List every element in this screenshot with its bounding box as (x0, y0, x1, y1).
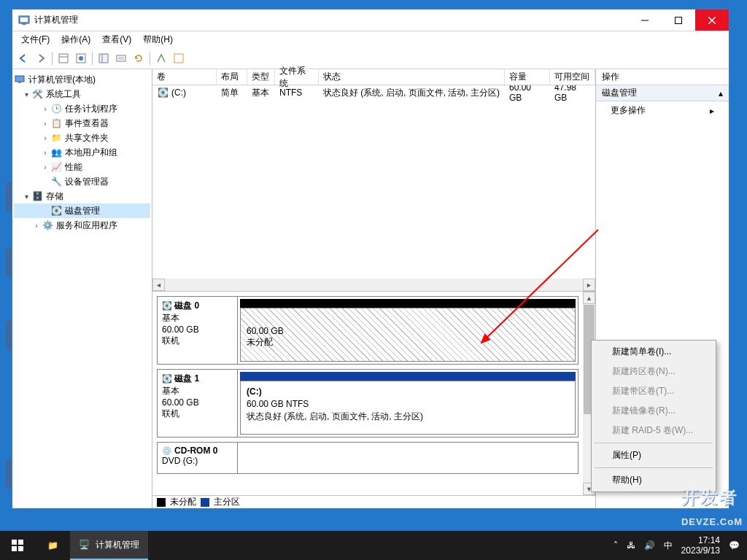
svg-rect-19 (12, 540, 17, 545)
actions-section[interactable]: 磁盘管理 ▴ (596, 85, 729, 101)
tree-root[interactable]: 计算机管理(本地) (14, 72, 150, 87)
titlebar[interactable]: 计算机管理 (12, 9, 729, 31)
vol-free: 47.98 GB (550, 87, 595, 98)
vol-status: 状态良好 (系统, 启动, 页面文件, 活动, 主分区) (319, 87, 505, 98)
legend-label: 主分区 (214, 496, 240, 508)
tray-date[interactable]: 2023/9/13 (681, 545, 720, 556)
forward-button[interactable] (33, 50, 49, 66)
actions-more[interactable]: 更多操作 ▸ (596, 101, 729, 120)
svg-rect-11 (99, 54, 108, 63)
log-icon: 📋 (50, 117, 62, 129)
tray-chevron-icon[interactable]: ˄ (614, 540, 618, 551)
users-icon: 👥 (50, 147, 62, 158)
tree-performance[interactable]: ›📈性能 (14, 160, 150, 174)
chevron-up-icon: ▴ (719, 88, 723, 98)
computer-icon (14, 74, 26, 85)
taskbar-explorer[interactable]: 📁 (35, 531, 70, 560)
tools-icon: 🛠️ (31, 88, 43, 100)
disk-info-0[interactable]: 💽 磁盘 0 基本 60.00 GB 联机 (158, 297, 238, 364)
menu-new-simple-volume[interactable]: 新建简单卷(I)... (593, 342, 714, 362)
col-status[interactable]: 状态 (319, 69, 505, 85)
vol-layout: 简单 (217, 87, 247, 98)
maximize-button[interactable] (662, 9, 695, 31)
collapse-icon[interactable]: ▾ (21, 192, 31, 201)
start-button[interactable] (0, 531, 35, 560)
scroll-up-button[interactable]: ▲ (583, 292, 595, 304)
scroll-right-button[interactable]: ► (583, 279, 595, 291)
tree-system-tools[interactable]: ▾🛠️系统工具 (14, 87, 150, 101)
menu-properties[interactable]: 属性(P) (593, 446, 714, 465)
menu-view[interactable]: 查看(V) (96, 32, 137, 47)
menu-file[interactable]: 文件(F) (15, 32, 55, 47)
close-button[interactable] (695, 9, 729, 31)
watermark: 开发者DEVZE.CoM (681, 486, 743, 529)
svg-rect-15 (174, 54, 183, 63)
col-layout[interactable]: 布局 (217, 69, 247, 85)
disk-info-1[interactable]: 💽 磁盘 1 基本 60.00 GB 联机 (158, 370, 238, 437)
col-type[interactable]: 类型 (247, 69, 275, 85)
volume-list[interactable]: 💽(C:) 简单 基本 NTFS 状态良好 (系统, 启动, 页面文件, 活动,… (152, 85, 595, 279)
refresh-button[interactable] (131, 50, 147, 66)
taskbar-app-label: 计算机管理 (96, 539, 139, 551)
disk0-partition-unallocated[interactable]: 60.00 GB 未分配 (238, 297, 578, 364)
toolbar-button[interactable] (153, 50, 169, 66)
app-icon (18, 15, 30, 26)
hscrollbar[interactable]: ◄ ► (152, 279, 595, 291)
tray-notifications-icon[interactable]: 💬 (729, 540, 740, 551)
menu-help[interactable]: 帮助(H) (137, 32, 179, 47)
menu-new-striped-volume: 新建带区卷(T)... (593, 381, 714, 401)
svg-rect-16 (15, 76, 24, 82)
tree-label: 任务计划程序 (65, 103, 117, 115)
back-button[interactable] (15, 50, 31, 66)
tree-event-viewer[interactable]: ›📋事件查看器 (14, 116, 150, 131)
tree-storage[interactable]: ▾🗄️存储 (14, 189, 150, 203)
system-tray: ˄ 🖧 🔊 中 17:14 2023/9/13 💬 (614, 531, 747, 560)
tray-network-icon[interactable]: 🖧 (627, 540, 635, 551)
tree-services-apps[interactable]: ›⚙️服务和应用程序 (14, 218, 150, 233)
scroll-track[interactable] (165, 279, 583, 291)
tree-label: 存储 (46, 190, 63, 203)
tray-volume-icon[interactable]: 🔊 (644, 540, 655, 551)
col-capacity[interactable]: 容量 (505, 69, 550, 85)
disk-icon: 💽 (50, 205, 62, 217)
tree-label: 计算机管理(本地) (28, 74, 96, 86)
tree-label: 设备管理器 (65, 176, 109, 188)
tray-time[interactable]: 17:14 (681, 535, 720, 545)
help-button[interactable] (171, 50, 187, 66)
menu-action[interactable]: 操作(A) (55, 32, 96, 47)
tree-task-scheduler[interactable]: ›🕒任务计划程序 (14, 101, 150, 116)
legend-label: 未分配 (170, 496, 196, 508)
app-icon: 🖥️ (79, 540, 90, 550)
toolbar-button[interactable] (113, 50, 129, 66)
chevron-right-icon: ▸ (710, 106, 714, 116)
col-fs[interactable]: 文件系统 (275, 69, 319, 85)
collapse-icon[interactable]: ▾ (21, 90, 31, 98)
tree-label: 共享文件夹 (65, 132, 109, 144)
toolbar-button[interactable] (96, 50, 112, 66)
tree-label: 系统工具 (46, 88, 81, 101)
disk1-partition-c[interactable]: (C:) 60.00 GB NTFS 状态良好 (系统, 启动, 页面文件, 活… (238, 370, 578, 437)
col-free[interactable]: 可用空间 (550, 69, 595, 85)
svg-rect-20 (18, 540, 23, 545)
tree-disk-management[interactable]: 💽磁盘管理 (14, 203, 150, 218)
toolbar-button[interactable] (55, 50, 71, 66)
disk-graphic-pane: 💽 磁盘 0 基本 60.00 GB 联机 60.00 GB 未分配 (152, 291, 595, 508)
drive-icon: 💽 (157, 87, 169, 98)
disk-row-1: 💽 磁盘 1 基本 60.00 GB 联机 (C:) 60.00 GB NTFS… (157, 369, 578, 438)
disk-row-cdrom: 💿 CD-ROM 0 DVD (G:) (157, 442, 578, 474)
disk-info-cdrom[interactable]: 💿 CD-ROM 0 DVD (G:) (158, 443, 238, 473)
legend: 未分配 主分区 (152, 495, 595, 508)
tree-shared-folders[interactable]: ›📁共享文件夹 (14, 131, 150, 145)
tray-ime[interactable]: 中 (664, 540, 673, 552)
context-menu: 新建简单卷(I)... 新建跨区卷(N)... 新建带区卷(T)... 新建镜像… (591, 340, 716, 492)
actions-header: 操作 (596, 69, 729, 85)
volume-row[interactable]: 💽(C:) 简单 基本 NTFS 状态良好 (系统, 启动, 页面文件, 活动,… (152, 85, 595, 100)
col-volume[interactable]: 卷 (152, 69, 217, 85)
tree-device-manager[interactable]: 🔧设备管理器 (14, 174, 150, 189)
taskbar-app-active[interactable]: 🖥️ 计算机管理 (70, 531, 148, 560)
vol-type: 基本 (247, 87, 275, 98)
tree-local-users[interactable]: ›👥本地用户和组 (14, 145, 150, 160)
minimize-button[interactable] (628, 9, 662, 31)
scroll-left-button[interactable]: ◄ (152, 279, 165, 291)
toolbar-button[interactable] (73, 50, 89, 66)
